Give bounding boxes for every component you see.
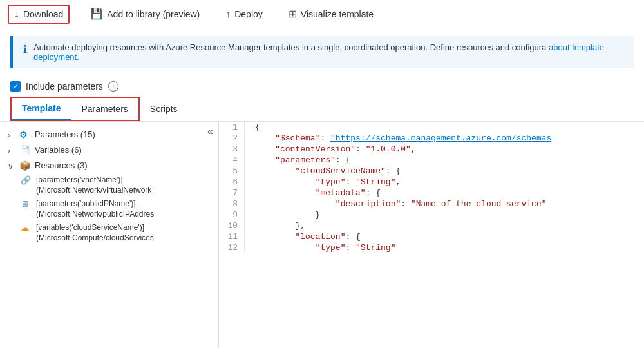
tab-parameters[interactable]: Parameters bbox=[71, 98, 138, 120]
line-code-1: { bbox=[245, 122, 260, 133]
tree-arrow-resources: ∨ bbox=[8, 162, 18, 171]
resources-icon: 📦 bbox=[19, 160, 32, 171]
download-button[interactable]: ↓ Download bbox=[8, 5, 70, 24]
tree-arrow-parameters: › bbox=[8, 131, 18, 140]
cloudservice-label: [variables('cloudServiceName')](Microsof… bbox=[36, 223, 154, 243]
cloudservice-icon: ☁ bbox=[21, 223, 33, 233]
info-icon: ℹ bbox=[23, 43, 27, 55]
line-code-7: "metadata": { bbox=[245, 188, 381, 198]
collapse-panel-button[interactable]: « bbox=[205, 124, 216, 139]
visualize-label: Visualize template bbox=[301, 9, 374, 19]
code-line-7: 7 "metadata": { bbox=[219, 188, 644, 198]
download-label: Download bbox=[23, 9, 63, 19]
parameters-icon: ⚙ bbox=[19, 130, 32, 140]
line-num-11: 11 bbox=[219, 231, 245, 242]
line-code-5: "cloudServiceName": { bbox=[245, 166, 401, 177]
tree-item-parameters[interactable]: › ⚙ Parameters (15) bbox=[0, 127, 218, 142]
tab-scripts[interactable]: Scripts bbox=[140, 99, 188, 119]
add-library-label: Add to library (preview) bbox=[107, 9, 200, 19]
download-icon: ↓ bbox=[14, 8, 19, 20]
include-parameters-row: ✓ Include parameters i bbox=[0, 76, 644, 97]
code-line-1: 1 { bbox=[219, 122, 644, 133]
line-num-5: 5 bbox=[219, 166, 245, 177]
info-banner: ℹ Automate deploying resources with Azur… bbox=[10, 36, 634, 68]
line-num-3: 3 bbox=[219, 144, 245, 155]
tabs-highlighted-group: Template Parameters bbox=[10, 97, 140, 121]
line-num-1: 1 bbox=[219, 122, 245, 133]
line-num-2: 2 bbox=[219, 133, 245, 144]
parameters-label: Parameters (15) bbox=[35, 130, 95, 139]
line-code-12: "type": "String" bbox=[245, 242, 395, 253]
info-text: Automate deploying resources with Azure … bbox=[33, 43, 623, 62]
code-line-6: 6 "type": "String", bbox=[219, 177, 644, 188]
code-line-5: 5 "cloudServiceName": { bbox=[219, 166, 644, 177]
variables-label: Variables (6) bbox=[35, 145, 82, 155]
grid-icon: ⊞ bbox=[289, 8, 297, 20]
include-parameters-label: Include parameters bbox=[26, 81, 103, 92]
line-code-3: "contentVersion": "1.0.0.0", bbox=[245, 144, 416, 155]
code-line-11: 11 "location": { bbox=[219, 231, 644, 242]
code-line-12: 12 "type": "String" bbox=[219, 242, 644, 253]
include-parameters-checkbox[interactable]: ✓ bbox=[10, 81, 21, 92]
tree-subitem-cloudservice[interactable]: ☁ [variables('cloudServiceName')](Micros… bbox=[0, 221, 218, 245]
line-code-9: } bbox=[245, 209, 320, 220]
tree-item-variables[interactable]: › 📄 Variables (6) bbox=[0, 142, 218, 158]
tree-subitem-publicip[interactable]: 🖥 [parameters('publicIPName')](Microsoft… bbox=[0, 197, 218, 221]
deploy-button[interactable]: ↑ Deploy bbox=[220, 6, 268, 23]
code-line-4: 4 "parameters": { bbox=[219, 155, 644, 166]
left-panel: « › ⚙ Parameters (15) › 📄 Variables (6) … bbox=[0, 122, 219, 348]
tree-arrow-variables: › bbox=[8, 146, 18, 155]
save-icon: 💾 bbox=[90, 8, 103, 20]
deploy-icon: ↑ bbox=[225, 8, 231, 20]
line-num-12: 12 bbox=[219, 242, 245, 253]
line-code-8: "description": "Name of the cloud servic… bbox=[245, 198, 547, 209]
line-num-7: 7 bbox=[219, 188, 245, 198]
publicip-icon: 🖥 bbox=[21, 199, 33, 209]
line-num-6: 6 bbox=[219, 177, 245, 188]
code-editor: 1 { 2 "$schema": "https://schema.managem… bbox=[219, 122, 644, 348]
line-code-10: }, bbox=[245, 220, 305, 231]
line-num-9: 9 bbox=[219, 209, 245, 220]
toolbar: ↓ Download 💾 Add to library (preview) ↑ … bbox=[0, 0, 644, 28]
line-code-2: "$schema": "https://schema.management.az… bbox=[245, 133, 551, 144]
line-code-6: "type": "String", bbox=[245, 177, 401, 188]
resources-label: Resources (3) bbox=[35, 160, 88, 170]
vnet-label: [parameters('vnetName')](Microsoft.Netwo… bbox=[36, 175, 151, 195]
main-content: « › ⚙ Parameters (15) › 📄 Variables (6) … bbox=[0, 122, 644, 348]
line-code-4: "parameters": { bbox=[245, 155, 350, 166]
tree-subitem-vnet[interactable]: 🔗 [parameters('vnetName')](Microsoft.Net… bbox=[0, 173, 218, 197]
line-code-11: "location": { bbox=[245, 231, 361, 242]
code-line-2: 2 "$schema": "https://schema.management.… bbox=[219, 133, 644, 144]
line-num-10: 10 bbox=[219, 220, 245, 231]
visualize-button[interactable]: ⊞ Visualize template bbox=[283, 5, 379, 23]
tab-template[interactable]: Template bbox=[12, 98, 71, 120]
code-line-3: 3 "contentVersion": "1.0.0.0", bbox=[219, 144, 644, 155]
vnet-icon: 🔗 bbox=[21, 175, 33, 185]
tabs-bar: Template Parameters Scripts bbox=[0, 97, 644, 122]
line-num-4: 4 bbox=[219, 155, 245, 166]
line-num-8: 8 bbox=[219, 198, 245, 209]
tree-item-resources[interactable]: ∨ 📦 Resources (3) bbox=[0, 158, 218, 173]
code-line-8: 8 "description": "Name of the cloud serv… bbox=[219, 198, 644, 209]
info-tooltip-icon[interactable]: i bbox=[108, 81, 118, 92]
code-line-10: 10 }, bbox=[219, 220, 644, 231]
variables-icon: 📄 bbox=[19, 145, 32, 155]
code-line-9: 9 } bbox=[219, 209, 644, 220]
deploy-label: Deploy bbox=[234, 9, 263, 19]
publicip-label: [parameters('publicIPName')](Microsoft.N… bbox=[36, 199, 154, 219]
add-library-button[interactable]: 💾 Add to library (preview) bbox=[85, 5, 205, 23]
